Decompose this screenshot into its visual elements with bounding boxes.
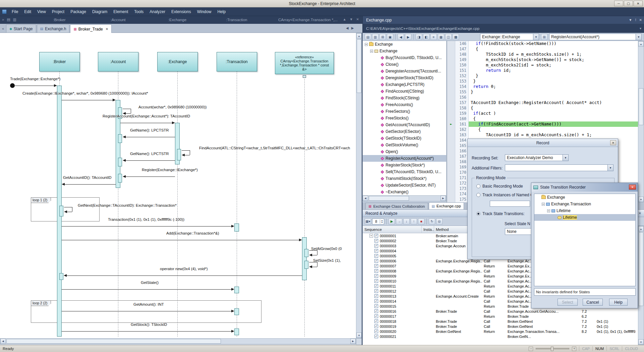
- message-label[interactable]: Account(wchar*, 0x989680 (10000000)): [138, 105, 207, 109]
- sync-icon[interactable]: ⊞: [541, 34, 547, 40]
- method-combo[interactable]: RegisterAccount(Account*) ▼: [549, 34, 642, 40]
- message-label[interactable]: GetAccountID(): TAccountID: [63, 175, 112, 180]
- tree-item[interactable]: GetStockVolume(): [363, 142, 446, 148]
- scroll-down-icon[interactable]: ▼: [638, 339, 644, 345]
- menu-file[interactable]: File: [9, 7, 21, 16]
- expander-icon[interactable]: [365, 43, 368, 46]
- status-toggle-cap[interactable]: CAP: [579, 346, 592, 351]
- trace-row[interactable]: ✓00000019Broker.TradeCallBroker.GetNext7…: [363, 324, 638, 329]
- breakpoint-gutter[interactable]: [447, 105, 455, 111]
- row-checkbox[interactable]: ✓: [374, 244, 378, 248]
- row-checkbox[interactable]: ✓: [374, 314, 378, 318]
- scroll-up-icon[interactable]: ▲: [356, 33, 362, 39]
- row-checkbox[interactable]: ✓: [374, 234, 378, 238]
- lifeline-exchange[interactable]: :Exchange: [157, 52, 198, 71]
- status-toggle-num[interactable]: NUM: [592, 346, 606, 351]
- help-button[interactable]: Help: [609, 299, 628, 306]
- row-checkbox[interactable]: ✓: [374, 249, 378, 253]
- toolbar-icon[interactable]: ▥: [372, 34, 378, 40]
- row-checkbox[interactable]: ✓: [374, 269, 378, 273]
- activation-bar[interactable]: [59, 273, 63, 280]
- breakpoint-gutter[interactable]: [447, 197, 455, 202]
- diagram-horizontal-scrollbar[interactable]: ◀ ▶: [0, 338, 356, 344]
- row-checkbox[interactable]: ✓: [374, 319, 378, 323]
- message-label[interactable]: Trade(Exchange::Exchange*): [10, 77, 60, 81]
- tree-item[interactable]: Exchange: [363, 48, 446, 54]
- row-checkbox[interactable]: ✓: [374, 330, 378, 333]
- str-tree-item[interactable]: Exchange.Transaction: [534, 201, 635, 207]
- pin-icon[interactable]: ⊺: [635, 18, 636, 22]
- radio-track-state-transitions[interactable]: Track State Transitions:: [476, 211, 525, 216]
- menu-diagram[interactable]: Diagram: [89, 7, 110, 16]
- breakpoint-gutter[interactable]: [447, 164, 455, 170]
- tree-item[interactable]: RegisterStock(Stock*): [363, 162, 446, 168]
- scrollbar-thumb[interactable]: [639, 88, 643, 125]
- record-dialog-titlebar[interactable]: Record ✕: [468, 139, 618, 147]
- code-line[interactable]: 156: [447, 95, 638, 100]
- menu-edit[interactable]: Edit: [21, 7, 34, 16]
- breakpoint-gutter[interactable]: [447, 143, 455, 148]
- activation-bar[interactable]: [302, 237, 307, 280]
- row-checkbox[interactable]: ✓: [374, 279, 378, 283]
- close-tab-icon[interactable]: ✕: [106, 27, 108, 31]
- additional-filters-combo[interactable]: ▼: [505, 164, 613, 171]
- row-checkbox[interactable]: ✓: [374, 254, 378, 258]
- activation-bar[interactable]: [234, 308, 239, 315]
- toolbar-icon[interactable]: ≡: [430, 34, 437, 40]
- radio-icon[interactable]: [476, 193, 480, 197]
- code-line[interactable]: 155}: [447, 89, 638, 95]
- toolbar-icon[interactable]: ▩: [453, 34, 459, 40]
- minimize-button[interactable]: ─: [614, 1, 623, 6]
- cancel-button[interactable]: Cancel: [583, 299, 603, 306]
- breakpoint-gutter[interactable]: [447, 138, 455, 143]
- chevron-down-icon[interactable]: ▼: [629, 18, 632, 22]
- path-menu-icon[interactable]: ▾: [640, 27, 641, 30]
- tree-item[interactable]: Exchange(LPCTSTR): [363, 81, 446, 88]
- toolbar-icon[interactable]: ▶: [405, 34, 411, 40]
- breakpoint-gutter[interactable]: [447, 154, 455, 159]
- tree-item[interactable]: Buy(TAccountID, TStockID, U...: [363, 54, 446, 61]
- chevron-down-icon[interactable]: ▼: [636, 34, 641, 40]
- menu-element[interactable]: Element: [110, 7, 131, 16]
- instances-input[interactable]: [490, 201, 530, 207]
- message-label[interactable]: Create(Exchange::IExchange*, wchar*, 0x9…: [22, 91, 148, 95]
- tree-item[interactable]: FindStock(CString): [363, 95, 446, 101]
- activation-bar[interactable]: [234, 329, 239, 335]
- row-checkbox[interactable]: ✓: [374, 324, 378, 328]
- trace-row[interactable]: ✓00000017ReturnBroker.Trade6.2: [363, 314, 638, 319]
- message-label[interactable]: operator new(0x4 (4), void*): [160, 267, 208, 271]
- tree-item[interactable]: Exchange: [363, 41, 446, 48]
- str-tree-item[interactable]: Exchange: [534, 194, 635, 201]
- tree-item[interactable]: Close(): [363, 61, 446, 68]
- menu-tools[interactable]: Tools: [131, 7, 147, 16]
- code-line[interactable]: 162 {: [447, 127, 638, 132]
- target-icon[interactable]: ◎: [436, 218, 443, 224]
- tree-item[interactable]: GetSector(ESector): [363, 128, 446, 135]
- scrollbar-thumb[interactable]: [369, 196, 409, 201]
- breakpoint-gutter[interactable]: [447, 170, 455, 175]
- radio-basic-recording[interactable]: Basic Recording Mode: [476, 184, 523, 189]
- menu-view[interactable]: View: [34, 7, 49, 16]
- close-strip-icon[interactable]: ✕: [356, 17, 359, 21]
- select-button[interactable]: Select: [558, 299, 578, 306]
- row-checkbox[interactable]: ✓: [374, 284, 378, 288]
- row-checkbox[interactable]: ✓: [374, 259, 378, 263]
- code-line[interactable]: 158{: [447, 105, 638, 111]
- breakpoint-gutter[interactable]: [447, 111, 455, 116]
- breakpoint-gutter[interactable]: [447, 73, 455, 79]
- chevron-down-icon[interactable]: ▼: [563, 155, 568, 161]
- status-toggle-cloud[interactable]: CLOUD: [622, 346, 641, 351]
- scrollbar-thumb[interactable]: [6, 339, 221, 344]
- row-checkbox[interactable]: ✓: [374, 294, 378, 298]
- str-dialog-titlebar[interactable]: State Transition Recorder ✕: [531, 183, 638, 192]
- tree-item[interactable]: Sell(TAccountID, TStockID, U...: [363, 168, 446, 175]
- code-line[interactable]: ►161 if(!FindAccount(acct->GetName())): [447, 121, 638, 127]
- stop-icon[interactable]: ■: [418, 218, 424, 224]
- activation-bar[interactable]: [304, 261, 308, 269]
- activation-bar[interactable]: [234, 287, 239, 293]
- breakpoint-gutter[interactable]: [447, 186, 455, 191]
- code-line[interactable]: 149 m_exchStocks[stock->GetName()] = sto…: [447, 57, 638, 62]
- message-label[interactable]: GetNext(Exchange::TAccountID): Exchange:…: [78, 203, 177, 207]
- code-line[interactable]: 153 }: [447, 79, 638, 84]
- sequence-diagram-canvas[interactable]: :Broker:Account:Exchange:Transaction«ref…: [0, 33, 356, 338]
